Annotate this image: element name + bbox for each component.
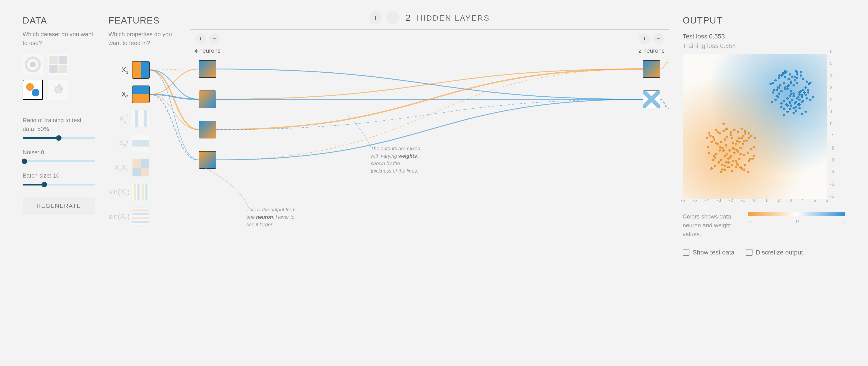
output-heatmap [683, 54, 827, 199]
neuron-count-label: 2 neurons [638, 46, 664, 55]
data-point [732, 142, 735, 144]
data-point [721, 169, 723, 171]
data-point [722, 149, 725, 151]
data-section-title: DATA [23, 13, 95, 27]
feature-label: sin(X2) [108, 211, 128, 222]
feature-X[interactable]: X2 [108, 85, 176, 103]
svg-rect-2 [49, 56, 58, 64]
data-point [743, 169, 745, 171]
regenerate-button[interactable]: REGENERATE [23, 197, 95, 215]
data-point [771, 101, 773, 103]
data-point [738, 158, 741, 160]
noise-label: Noise: 0 [23, 148, 95, 157]
neuron-node[interactable] [643, 90, 660, 108]
data-point [789, 108, 791, 110]
remove-neuron-button[interactable]: − [653, 33, 664, 44]
discretize-output-checkbox[interactable]: Discretize output [746, 248, 803, 257]
data-point [796, 73, 798, 76]
ratio-label: Ratio of training to test data: 50% [23, 116, 95, 134]
data-point [784, 88, 786, 90]
feature-thumbnail[interactable] [132, 183, 150, 201]
feature-sinX[interactable]: sin(X1) [108, 183, 176, 201]
y-axis-tick: 6 [830, 48, 833, 55]
data-point [724, 169, 726, 171]
svg-rect-35 [643, 61, 660, 77]
dataset-circle[interactable] [23, 54, 43, 75]
feature-XX[interactable]: X1X2 [108, 159, 176, 176]
ratio-slider[interactable] [23, 137, 95, 139]
dataset-spiral[interactable] [48, 80, 68, 100]
svg-rect-4 [49, 65, 58, 73]
data-panel: DATA Which dataset do you want to use? R… [23, 9, 95, 353]
add-neuron-button[interactable]: + [639, 33, 650, 44]
legend-text: Colors shows data, neuron and weight val… [683, 212, 741, 238]
neuron-node[interactable] [199, 121, 216, 138]
features-panel: FEATURES Which properties do you want to… [108, 9, 176, 353]
neuron-node[interactable] [199, 151, 216, 169]
feature-X[interactable]: X12 [108, 110, 176, 128]
svg-rect-27 [132, 209, 149, 212]
data-point [728, 149, 731, 151]
feature-X[interactable]: X1 [108, 61, 176, 79]
data-point [750, 135, 752, 137]
feature-sinX[interactable]: sin(X2) [108, 208, 176, 225]
svg-rect-3 [59, 56, 67, 64]
data-point [801, 113, 803, 115]
data-point [742, 143, 744, 145]
data-point [794, 102, 796, 105]
x-axis-tick: 3 [789, 197, 792, 204]
data-point [774, 98, 777, 101]
neuron-node[interactable] [199, 90, 216, 108]
data-point [783, 114, 785, 116]
data-point [715, 142, 717, 144]
data-point [720, 159, 722, 161]
noise-slider[interactable] [23, 160, 95, 162]
y-axis-tick: 3 [830, 84, 833, 91]
x-axis-tick: -5 [693, 197, 697, 204]
data-point [721, 147, 723, 149]
remove-layer-button[interactable]: − [386, 11, 399, 24]
data-point [726, 153, 728, 155]
svg-point-0 [30, 61, 36, 67]
data-point [789, 95, 791, 97]
feature-thumbnail[interactable] [132, 110, 150, 128]
feature-thumbnail[interactable] [132, 159, 150, 176]
feature-thumbnail[interactable] [132, 208, 150, 225]
neuron-node[interactable] [643, 60, 660, 78]
data-point [717, 131, 719, 134]
x-axis-tick: -6 [681, 197, 685, 204]
y-axis-tick: -2 [830, 145, 834, 151]
neuron-node[interactable] [199, 60, 216, 78]
data-point [745, 140, 748, 142]
dataset-xor[interactable] [48, 54, 68, 75]
data-point [730, 131, 732, 134]
feature-thumbnail[interactable] [132, 61, 150, 79]
data-point [735, 160, 737, 162]
dataset-gaussian[interactable] [23, 80, 43, 100]
add-neuron-button[interactable]: + [195, 33, 206, 44]
test-loss: Test loss 0.553 [683, 32, 845, 41]
feature-X[interactable]: X22 [108, 134, 176, 152]
svg-rect-19 [132, 168, 141, 176]
add-layer-button[interactable]: + [369, 11, 382, 24]
data-point [795, 106, 797, 108]
svg-rect-22 [134, 184, 136, 200]
hidden-layer-2: +−2 neurons [638, 33, 664, 169]
data-point [727, 161, 730, 164]
feature-thumbnail[interactable] [132, 134, 150, 152]
svg-point-6 [26, 83, 34, 91]
data-point [789, 102, 791, 105]
hidden-layer-1: +−4 neurons [194, 33, 221, 169]
svg-rect-16 [132, 140, 149, 147]
data-point [780, 106, 782, 108]
remove-neuron-button[interactable]: − [209, 33, 220, 44]
show-test-data-checkbox[interactable]: Show test data [683, 248, 735, 257]
output-plot[interactable] [683, 54, 827, 199]
svg-rect-20 [141, 168, 149, 176]
data-point [795, 110, 797, 112]
feature-thumbnail[interactable] [132, 85, 150, 103]
batch-slider[interactable] [23, 184, 95, 186]
y-axis-tick: 1 [830, 108, 833, 115]
network-panel: + − 2 HIDDEN LAYERS +−4 neurons+−2 neuro… [190, 9, 669, 353]
data-point [778, 92, 780, 95]
